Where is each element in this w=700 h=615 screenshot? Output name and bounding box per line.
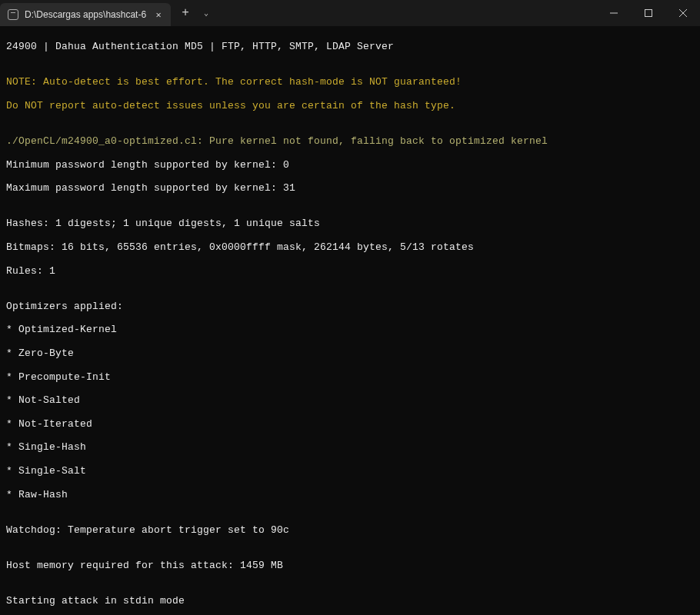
output-line: * Single-Salt	[6, 465, 694, 477]
titlebar: D:\Descargas apps\hashcat-6 ✕ + ⌄	[0, 0, 700, 26]
output-line: Hashes: 1 digests; 1 unique digests, 1 u…	[6, 218, 694, 229]
close-tab-icon[interactable]: ✕	[152, 8, 165, 21]
tab-dropdown-icon[interactable]: ⌄	[197, 2, 215, 25]
output-line: * Zero-Byte	[6, 347, 694, 359]
maximize-button[interactable]	[631, 0, 665, 26]
output-line: Minimum password length supported by ker…	[6, 159, 694, 171]
output-line: * Not-Iterated	[6, 418, 694, 430]
output-line: Host memory required for this attack: 14…	[6, 560, 694, 571]
tab-title: D:\Descargas apps\hashcat-6	[25, 9, 146, 20]
output-line: NOTE: Auto-detect is best effort. The co…	[6, 76, 694, 88]
output-line: * Optimized-Kernel	[6, 324, 694, 335]
output-line: Starting attack in stdin mode	[6, 595, 694, 607]
new-tab-button[interactable]: +	[174, 2, 197, 25]
output-line: Bitmaps: 16 bits, 65536 entries, 0x0000f…	[6, 241, 694, 253]
output-line: Optimizers applied:	[6, 301, 694, 312]
output-line: ./OpenCL/m24900_a0-optimized.cl: Pure ke…	[6, 135, 694, 147]
terminal-output[interactable]: 24900 | Dahua Authentication MD5 | FTP, …	[0, 26, 700, 615]
output-line: Watchdog: Temperature abort trigger set …	[6, 524, 694, 536]
output-line: Maximum password length supported by ker…	[6, 182, 694, 194]
close-button[interactable]	[665, 0, 700, 26]
minimize-button[interactable]	[596, 0, 631, 26]
output-line: 24900 | Dahua Authentication MD5 | FTP, …	[6, 41, 694, 52]
output-line: * Single-Hash	[6, 441, 694, 453]
output-line: * Not-Salted	[6, 394, 694, 406]
output-line: * Precompute-Init	[6, 371, 694, 383]
output-line: Rules: 1	[6, 265, 694, 277]
tab-active[interactable]: D:\Descargas apps\hashcat-6 ✕	[0, 3, 171, 26]
svg-rect-1	[645, 10, 652, 17]
terminal-icon	[8, 9, 18, 20]
output-line: Do NOT report auto-detect issues unless …	[6, 100, 694, 111]
tab-area: D:\Descargas apps\hashcat-6 ✕ + ⌄	[0, 0, 215, 26]
output-line: * Raw-Hash	[6, 489, 694, 500]
window-controls	[596, 0, 700, 26]
